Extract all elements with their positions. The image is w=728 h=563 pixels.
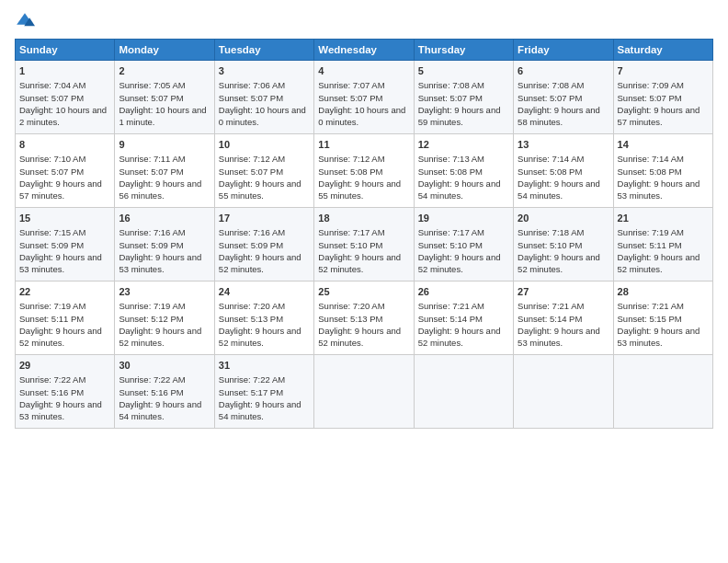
day-number: 17 <box>219 212 310 225</box>
calendar-cell: 1Sunrise: 7:04 AMSunset: 5:07 PMDaylight… <box>16 61 115 134</box>
calendar-cell: 6Sunrise: 7:08 AMSunset: 5:07 PMDaylight… <box>514 61 613 134</box>
calendar-cell: 22Sunrise: 7:19 AMSunset: 5:11 PMDayligh… <box>16 282 115 355</box>
calendar-cell: 23Sunrise: 7:19 AMSunset: 5:12 PMDayligh… <box>115 282 214 355</box>
day-header: Wednesday <box>314 40 414 61</box>
day-number: 9 <box>119 138 210 152</box>
day-number: 30 <box>119 359 210 373</box>
calendar-cell: 5Sunrise: 7:08 AMSunset: 5:07 PMDaylight… <box>414 61 513 134</box>
calendar-cell: 12Sunrise: 7:13 AMSunset: 5:08 PMDayligh… <box>414 134 513 208</box>
calendar-cell: 28Sunrise: 7:21 AMSunset: 5:15 PMDayligh… <box>613 282 712 355</box>
calendar-cell: 2Sunrise: 7:05 AMSunset: 5:07 PMDaylight… <box>115 61 214 134</box>
calendar-week: 15Sunrise: 7:15 AMSunset: 5:09 PMDayligh… <box>16 208 713 282</box>
day-number: 8 <box>19 138 110 152</box>
day-number: 16 <box>119 212 210 225</box>
day-number: 21 <box>618 212 709 225</box>
day-number: 13 <box>518 138 609 152</box>
day-number: 29 <box>19 359 110 373</box>
day-number: 14 <box>618 138 709 152</box>
day-number: 12 <box>418 138 509 152</box>
calendar-cell: 26Sunrise: 7:21 AMSunset: 5:14 PMDayligh… <box>414 282 513 355</box>
header <box>15 11 713 31</box>
calendar-cell: 27Sunrise: 7:21 AMSunset: 5:14 PMDayligh… <box>514 282 613 355</box>
calendar-cell <box>414 355 513 429</box>
calendar-cell: 31Sunrise: 7:22 AMSunset: 5:17 PMDayligh… <box>214 355 313 429</box>
day-number: 20 <box>518 212 609 225</box>
day-header: Tuesday <box>214 40 313 61</box>
day-number: 28 <box>618 285 709 299</box>
header-row: SundayMondayTuesdayWednesdayThursdayFrid… <box>16 40 713 61</box>
day-number: 6 <box>518 64 609 78</box>
calendar-week: 8Sunrise: 7:10 AMSunset: 5:07 PMDaylight… <box>16 134 713 208</box>
calendar-cell: 16Sunrise: 7:16 AMSunset: 5:09 PMDayligh… <box>115 208 214 282</box>
calendar-cell: 19Sunrise: 7:17 AMSunset: 5:10 PMDayligh… <box>414 208 513 282</box>
calendar-cell: 9Sunrise: 7:11 AMSunset: 5:07 PMDaylight… <box>115 134 214 208</box>
day-number: 15 <box>19 212 110 225</box>
day-number: 18 <box>318 212 409 225</box>
calendar-cell: 25Sunrise: 7:20 AMSunset: 5:13 PMDayligh… <box>314 282 414 355</box>
day-number: 2 <box>119 64 210 78</box>
day-number: 27 <box>518 285 609 299</box>
day-number: 23 <box>119 285 210 299</box>
calendar-cell: 29Sunrise: 7:22 AMSunset: 5:16 PMDayligh… <box>16 355 115 429</box>
day-number: 25 <box>318 285 409 299</box>
calendar-page: SundayMondayTuesdayWednesdayThursdayFrid… <box>0 0 728 563</box>
calendar-cell: 14Sunrise: 7:14 AMSunset: 5:08 PMDayligh… <box>613 134 712 208</box>
day-number: 11 <box>318 138 409 152</box>
calendar-cell: 8Sunrise: 7:10 AMSunset: 5:07 PMDaylight… <box>16 134 115 208</box>
calendar-week: 29Sunrise: 7:22 AMSunset: 5:16 PMDayligh… <box>16 355 713 429</box>
calendar-cell: 30Sunrise: 7:22 AMSunset: 5:16 PMDayligh… <box>115 355 214 429</box>
calendar-cell <box>314 355 414 429</box>
day-header: Sunday <box>16 40 115 61</box>
day-number: 31 <box>219 359 310 373</box>
day-number: 19 <box>418 212 509 225</box>
logo-icon <box>15 11 35 31</box>
calendar-cell: 4Sunrise: 7:07 AMSunset: 5:07 PMDaylight… <box>314 61 414 134</box>
day-number: 10 <box>219 138 310 152</box>
calendar-cell: 11Sunrise: 7:12 AMSunset: 5:08 PMDayligh… <box>314 134 414 208</box>
calendar-cell <box>613 355 712 429</box>
day-number: 24 <box>219 285 310 299</box>
calendar-cell: 15Sunrise: 7:15 AMSunset: 5:09 PMDayligh… <box>16 208 115 282</box>
day-header: Friday <box>514 40 613 61</box>
calendar-week: 1Sunrise: 7:04 AMSunset: 5:07 PMDaylight… <box>16 61 713 134</box>
day-header: Monday <box>115 40 214 61</box>
calendar-cell: 13Sunrise: 7:14 AMSunset: 5:08 PMDayligh… <box>514 134 613 208</box>
day-number: 26 <box>418 285 509 299</box>
day-header: Saturday <box>613 40 712 61</box>
calendar-cell: 7Sunrise: 7:09 AMSunset: 5:07 PMDaylight… <box>613 61 712 134</box>
day-number: 7 <box>618 64 709 78</box>
day-number: 1 <box>19 64 110 78</box>
day-header: Thursday <box>414 40 513 61</box>
calendar-cell: 10Sunrise: 7:12 AMSunset: 5:07 PMDayligh… <box>214 134 313 208</box>
day-number: 22 <box>19 285 110 299</box>
calendar-cell: 3Sunrise: 7:06 AMSunset: 5:07 PMDaylight… <box>214 61 313 134</box>
calendar-cell: 17Sunrise: 7:16 AMSunset: 5:09 PMDayligh… <box>214 208 313 282</box>
day-number: 3 <box>219 64 310 78</box>
logo <box>15 11 37 31</box>
day-number: 4 <box>318 64 409 78</box>
day-number: 5 <box>418 64 509 78</box>
calendar-table: SundayMondayTuesdayWednesdayThursdayFrid… <box>15 39 713 429</box>
calendar-cell: 21Sunrise: 7:19 AMSunset: 5:11 PMDayligh… <box>613 208 712 282</box>
calendar-cell: 20Sunrise: 7:18 AMSunset: 5:10 PMDayligh… <box>514 208 613 282</box>
calendar-week: 22Sunrise: 7:19 AMSunset: 5:11 PMDayligh… <box>16 282 713 355</box>
calendar-cell: 18Sunrise: 7:17 AMSunset: 5:10 PMDayligh… <box>314 208 414 282</box>
calendar-cell: 24Sunrise: 7:20 AMSunset: 5:13 PMDayligh… <box>214 282 313 355</box>
calendar-cell <box>514 355 613 429</box>
